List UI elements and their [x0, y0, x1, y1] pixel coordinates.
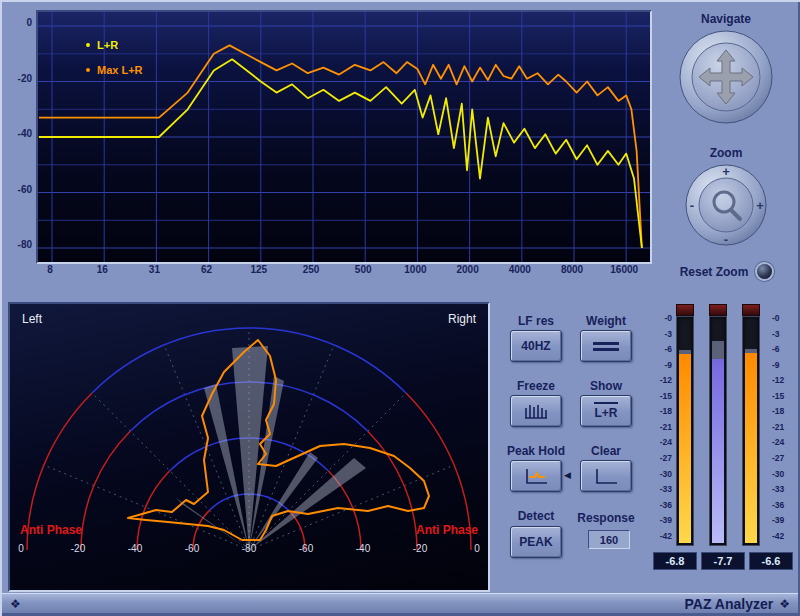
meter-fill	[712, 359, 724, 543]
meter-scale-label: -33	[772, 484, 794, 494]
weight-label: Weight	[562, 314, 650, 328]
phase-axis-label: -40	[348, 543, 378, 554]
meters-panel: -0-3-6-9-12-15-18-21-24-27-30-33-36-39-4…	[650, 302, 796, 592]
meter-scale-label: -0	[650, 313, 672, 323]
meter-peak-zone	[712, 341, 724, 359]
wavesystem-menu-icon[interactable]: ❖	[10, 597, 21, 611]
meter-scale-label: -21	[650, 422, 672, 432]
clear-label: Clear	[562, 444, 650, 458]
meter-scale-label: -42	[650, 531, 672, 541]
corner-icon: ❖	[779, 597, 790, 611]
controls-panel: LF res 40HZ Weight Freeze Show L+R Peak …	[492, 302, 650, 592]
meter-scale-label: -39	[772, 515, 794, 525]
spectrum-analyzer-panel: 0-20-40-60-80 L+R Max L+R 81631621252505…	[6, 6, 654, 294]
reset-zoom-label: Reset Zoom	[680, 265, 749, 279]
legend-item-max-lr: Max L+R	[86, 57, 143, 82]
meter-fill	[745, 353, 757, 543]
response-value[interactable]: 160	[588, 530, 630, 549]
freq-tick-label: 125	[250, 264, 267, 275]
spectrum-legend: L+R Max L+R	[86, 32, 143, 82]
meter-scale-label: -36	[772, 500, 794, 510]
clip-indicator-left[interactable]	[676, 304, 694, 316]
legend-label-max-lr: Max L+R	[97, 64, 143, 76]
freeze-button[interactable]	[510, 395, 562, 427]
meter-scale-label: -3	[772, 329, 794, 339]
meter-fill	[679, 354, 691, 543]
meter-scale-label: -24	[650, 437, 672, 447]
phase-axis-label: -60	[291, 543, 321, 554]
meter-readout-center: -7.7	[701, 552, 745, 570]
clear-button[interactable]	[580, 460, 632, 492]
phase-axis-label: 0	[462, 543, 492, 554]
db-tick-label: -40	[6, 128, 32, 139]
zoom-in-top[interactable]: +	[722, 164, 730, 179]
meter-readout-left: -6.8	[653, 552, 697, 570]
zoom-label: Zoom	[656, 146, 796, 160]
level-meter-center	[709, 302, 727, 550]
zoom-in-right[interactable]: +	[756, 198, 764, 213]
phase-axis-label: 0	[6, 543, 36, 554]
antiphase-right-label: Anti Phase	[416, 523, 478, 537]
meter-scale-label: -30	[772, 469, 794, 479]
meter-scale-label: -24	[772, 437, 794, 447]
left-channel-label: Left	[22, 312, 42, 326]
weight-button[interactable]	[580, 330, 632, 362]
meter-scale-label: -12	[650, 375, 672, 385]
zoom-knob[interactable]: + + - -	[684, 163, 768, 247]
freq-tick-label: 2000	[456, 264, 478, 275]
meter-scale-label: -33	[650, 484, 672, 494]
right-channel-label: Right	[448, 312, 476, 326]
phase-axis-label: -80	[234, 543, 264, 554]
meter-readout-right: -6.6	[749, 552, 793, 570]
level-meter-right	[742, 302, 760, 550]
meter-scale-label: -0	[772, 313, 794, 323]
zoom-out-left[interactable]: -	[690, 198, 694, 213]
freq-tick-label: 31	[149, 264, 160, 275]
legend-item-lr: L+R	[86, 32, 143, 57]
freq-tick-label: 250	[303, 264, 320, 275]
phase-axis-label: -60	[177, 543, 207, 554]
freq-tick-label: 16000	[610, 264, 638, 275]
db-tick-label: -80	[6, 239, 32, 250]
show-button[interactable]: L+R	[580, 395, 632, 427]
meter-scale-label: -15	[772, 391, 794, 401]
db-tick-label: -60	[6, 184, 32, 195]
clip-indicator-right[interactable]	[742, 304, 760, 316]
freq-tick-label: 1000	[404, 264, 426, 275]
lf-res-button[interactable]: 40HZ	[510, 330, 562, 362]
peak-hold-button[interactable]	[510, 460, 562, 492]
meter-channel-right	[742, 316, 760, 546]
peak-hold-icon	[523, 467, 549, 485]
navigate-pad[interactable]	[678, 29, 774, 125]
antiphase-left-label: Anti Phase	[20, 523, 82, 537]
meter-scale-label: -9	[650, 360, 672, 370]
reset-zoom-button[interactable]	[757, 264, 772, 279]
freq-tick-label: 16	[97, 264, 108, 275]
legend-dot-lr-icon	[86, 43, 90, 47]
meter-channel-center	[709, 316, 727, 546]
freq-tick-label: 8	[47, 264, 53, 275]
paz-analyzer-window: 0-20-40-60-80 L+R Max L+R 81631621252505…	[0, 0, 800, 616]
lf-res-value: 40HZ	[521, 339, 550, 353]
db-tick-label: -20	[6, 73, 32, 84]
plugin-title: PAZ Analyzer	[685, 596, 774, 612]
meter-scale-label: -6	[650, 344, 672, 354]
freeze-comb-icon	[523, 402, 549, 420]
level-meter-left	[676, 302, 694, 550]
detect-button[interactable]: PEAK	[510, 526, 562, 558]
meter-scale-label: -12	[772, 375, 794, 385]
db-tick-label: 0	[6, 17, 32, 28]
meter-scale-label: -30	[650, 469, 672, 479]
zoom-out-bottom[interactable]: -	[724, 232, 728, 247]
navigate-section: Navigate	[656, 8, 796, 138]
clip-indicator-center[interactable]	[709, 304, 727, 316]
meter-scale-label: -27	[772, 453, 794, 463]
show-label: Show	[562, 379, 650, 393]
meter-scale-label: -6	[772, 344, 794, 354]
stereo-position-display: Left Right Anti Phase Anti Phase 0-20-40…	[8, 302, 490, 592]
zoom-section: Zoom + + - - Reset Zoom	[656, 142, 796, 292]
meter-scale-label: -27	[650, 453, 672, 463]
meter-scale-label: -18	[650, 406, 672, 416]
meter-scale-label: -9	[772, 360, 794, 370]
response-label: Response	[562, 511, 650, 525]
